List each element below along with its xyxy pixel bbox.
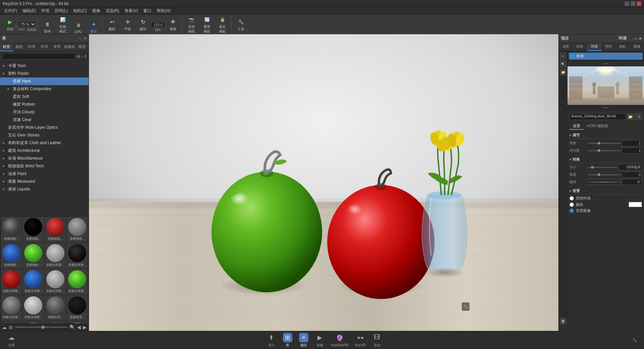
render-button[interactable]: 🎞 渲染 xyxy=(372,333,382,348)
menu-env[interactable]: 环境 xyxy=(39,7,52,14)
menu-render[interactable]: 渲染(R) xyxy=(103,7,122,14)
env-delete-icon[interactable]: 🗑 xyxy=(560,318,566,325)
tree-item[interactable]: ▾布料和皮革 Cloth and Leather xyxy=(0,139,89,147)
bg-radio-color-input[interactable] xyxy=(569,202,574,207)
sub-tab-settings[interactable]: 设置 xyxy=(569,123,584,130)
tree-item[interactable]: ▾杂项 Miscellaneous xyxy=(0,155,89,162)
tree-item[interactable]: ▾模德追纹 Mold-Tech xyxy=(0,162,89,170)
env-item-selected[interactable]: 🌐 环境 xyxy=(569,53,643,60)
tab-bg[interactable]: 背景 xyxy=(51,43,63,51)
material-cell[interactable]: 坚硬光泽塑... xyxy=(66,243,88,269)
material-cell[interactable]: 坚硬相糙... xyxy=(66,217,88,242)
material-cell[interactable]: 坚硬纹理... xyxy=(45,295,66,321)
tree-item[interactable]: 柔软 Soft xyxy=(0,93,89,101)
minimize-button[interactable]: — xyxy=(625,1,629,6)
focal-length-input[interactable] xyxy=(151,22,165,27)
forward-icon[interactable]: ▶ xyxy=(83,325,87,330)
sort-icon[interactable]: ↕ xyxy=(81,54,83,59)
tab-material-right[interactable]: 材质 xyxy=(573,43,587,51)
cloud-library-button[interactable]: ☁ 云库 xyxy=(7,333,16,348)
lock-camera-button[interactable]: 🔒 锁定相机 xyxy=(215,14,230,35)
cloud-icon[interactable]: ☁ xyxy=(2,325,7,330)
menu-file[interactable]: 文件(F) xyxy=(1,7,20,14)
hdri-browse-button[interactable]: 📂 xyxy=(627,113,634,120)
tab-image[interactable]: 图像 xyxy=(630,43,644,51)
tree-item[interactable]: ▾建筑 Architectural xyxy=(0,147,89,155)
material-cell[interactable]: 坚硬相糙... xyxy=(1,217,22,242)
bg-radio-image-input[interactable] xyxy=(569,209,574,213)
tree-item[interactable]: ▾复合材料 Composites xyxy=(0,85,89,93)
tab-lighting[interactable]: 照明 xyxy=(601,43,615,51)
tab-material[interactable]: 材质 xyxy=(0,43,13,51)
maximize-button[interactable]: □ xyxy=(631,1,635,6)
tab-environment[interactable]: 环境 xyxy=(587,43,601,51)
env-add-icon[interactable]: + xyxy=(560,53,566,59)
menu-view[interactable]: 查看(V) xyxy=(122,7,141,14)
material-cell[interactable]: 坚硬相糙... xyxy=(1,243,22,269)
import-button[interactable]: ⬆ 导入 xyxy=(267,333,276,348)
close-button[interactable]: ✕ xyxy=(637,1,641,6)
material-cell[interactable]: 坚硬光泽塑... xyxy=(1,269,22,295)
menu-window[interactable]: 窗口 xyxy=(141,7,154,14)
flip-button[interactable]: ↩ 翻转 xyxy=(105,17,119,32)
refresh-icon[interactable]: ↺ xyxy=(84,54,87,59)
background-header[interactable]: ▾ 背景 xyxy=(569,188,642,194)
tree-item[interactable]: 橡胶 Rubber xyxy=(0,101,89,108)
menu-edit[interactable]: 编辑(E) xyxy=(20,7,39,14)
viewpoint-button[interactable]: 👁 视角 xyxy=(166,17,181,32)
resize-button[interactable]: ⤡ xyxy=(632,337,637,344)
material-cell[interactable]: 坚硬纹理... xyxy=(66,295,88,321)
start-button[interactable]: ▶ 启动 xyxy=(3,17,17,32)
denoise-button[interactable]: ✦ 翻滾 xyxy=(86,19,101,35)
grid-icon[interactable]: ⊞ xyxy=(9,325,13,330)
cpu-button[interactable]: 🖥 CPU xyxy=(71,20,86,35)
env-folder-icon[interactable]: 📁 xyxy=(560,69,566,75)
material-cell[interactable]: 坚硬光泽塑... xyxy=(22,269,44,295)
brightness-input[interactable] xyxy=(622,140,642,146)
menu-lighting[interactable]: 照明(L) xyxy=(52,7,70,14)
left-panel-close[interactable]: ✕ xyxy=(84,36,87,41)
menu-help[interactable]: 帮助(H) xyxy=(154,7,173,14)
bg-color-swatch[interactable] xyxy=(629,202,642,207)
material-cell[interactable]: 坚硬光泽塑... xyxy=(66,269,88,295)
tab-favorites[interactable]: 收藏夹 xyxy=(63,43,76,51)
zoom-select[interactable]: 75 % 100 % 50 % xyxy=(18,21,36,27)
tab-scene[interactable]: 场景 xyxy=(559,43,573,51)
contrast-input[interactable] xyxy=(622,148,642,154)
material-cell[interactable]: 坚硬相糙... xyxy=(45,217,66,242)
tree-item[interactable]: ▾液体 Liquids xyxy=(0,185,89,193)
height-input[interactable] xyxy=(622,172,642,178)
back-icon[interactable]: ◀ xyxy=(77,325,81,330)
contrast-slider[interactable] xyxy=(588,150,621,151)
sub-tab-hdri-editor[interactable]: HDRI 编辑器 xyxy=(584,123,611,130)
right-panel-close[interactable]: ✕ xyxy=(639,36,642,41)
zoom-out-icon[interactable]: 🔍 xyxy=(69,325,75,330)
keyvr-button[interactable]: 👓 KeyVR xyxy=(355,333,365,347)
height-slider[interactable] xyxy=(588,174,621,175)
tree-item[interactable]: 多层光学 Multi-Layer Optics xyxy=(0,124,89,131)
hdri-reload-button[interactable]: ↺ xyxy=(635,113,642,120)
material-cell[interactable]: 坚硬光泽塑... xyxy=(45,243,66,269)
size-input[interactable] xyxy=(618,164,642,170)
left-panel-minus[interactable]: — xyxy=(79,36,82,41)
project-button[interactable]: ≡ 项目 xyxy=(299,333,308,348)
tree-item[interactable]: ▾测量 Measured xyxy=(0,178,89,185)
right-panel-minus[interactable]: — xyxy=(633,36,637,41)
tree-item[interactable]: 浑浊 Cloudy xyxy=(0,108,89,116)
tab-env-left[interactable]: 环境 xyxy=(38,43,51,51)
reset-camera-button[interactable]: 🔄 重置相机 xyxy=(200,14,214,35)
size-slider[interactable] xyxy=(15,327,67,328)
viewport[interactable]: 每秒帧数： 108.5 时间： 37s 采样值： 244 三角形： 68,858… xyxy=(89,34,558,331)
menu-camera[interactable]: 相机(C) xyxy=(70,7,90,14)
tree-item[interactable]: 坚硬 Hard xyxy=(0,77,89,85)
library-button[interactable]: ⊞ 库 xyxy=(283,333,292,348)
material-cell[interactable]: 坚硬相糙... xyxy=(22,217,44,242)
tree-item[interactable]: 清澈 Clear xyxy=(0,116,89,124)
env-search-icon[interactable]: 🔍 xyxy=(560,61,566,67)
tab-texture[interactable]: 纹理 xyxy=(25,43,38,51)
tools-button[interactable]: 🔧 工具 xyxy=(234,17,248,32)
menu-image[interactable]: 图像 xyxy=(90,7,103,14)
brightness-slider[interactable] xyxy=(588,143,621,144)
bg-radio-lighting-input[interactable] xyxy=(569,196,574,200)
tree-item[interactable]: ▾塑料 Plastic xyxy=(0,70,89,77)
